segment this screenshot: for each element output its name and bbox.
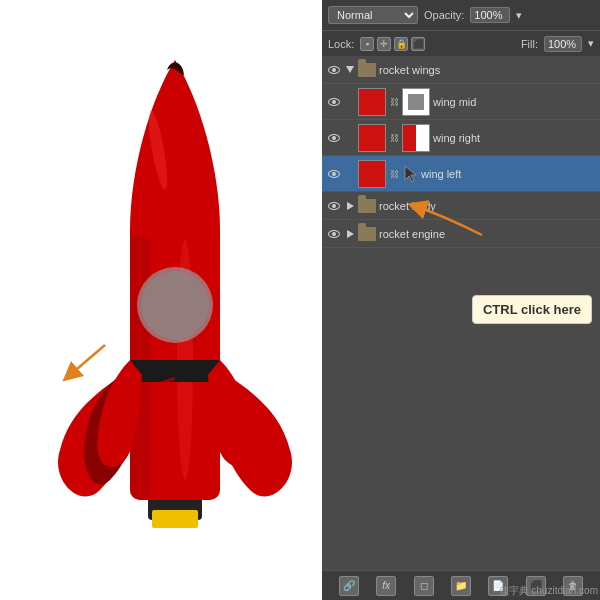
fill-label: Fill: — [521, 38, 538, 50]
fill-dropdown-icon[interactable]: ▾ — [588, 37, 594, 50]
opacity-input[interactable] — [470, 7, 510, 23]
layer-row-rocket-wings[interactable]: rocket wings — [322, 56, 600, 84]
visibility-icon[interactable] — [326, 62, 342, 78]
opacity-dropdown-icon[interactable]: ▾ — [516, 9, 522, 22]
layer-row-wing-right[interactable]: ⛓ wing right — [322, 120, 600, 156]
mask-wing-mid — [402, 88, 430, 116]
lock-all-btn[interactable]: 🔒 — [394, 37, 408, 51]
cursor-icon — [402, 164, 418, 184]
layer-name-rocket-body: rocket body — [379, 200, 596, 212]
link-layers-btn[interactable]: 🔗 — [339, 576, 359, 596]
expand-icon-rocket-engine[interactable] — [345, 229, 355, 239]
thumb-wing-mid — [358, 88, 386, 116]
visibility-icon-wing-mid[interactable] — [326, 94, 342, 110]
panel-lockbar: Lock: ▪ ✛ 🔒 ⬛ Fill: ▾ — [322, 30, 600, 56]
layer-name-wing-right: wing right — [433, 132, 596, 144]
new-style-btn[interactable]: ◻ — [414, 576, 434, 596]
layers-list: rocket wings ⛓ wing mid ⛓ wing right — [322, 56, 600, 248]
orange-arrow — [50, 335, 120, 395]
layer-name-rocket-wings: rocket wings — [379, 64, 596, 76]
layer-name-wing-left: wing left — [421, 168, 596, 180]
rocket-svg: NASA — [30, 20, 310, 580]
folder-icon-rocket-body — [358, 199, 376, 213]
new-group-btn[interactable]: 📁 — [451, 576, 471, 596]
fill-input[interactable] — [544, 36, 582, 52]
lock-label: Lock: — [328, 38, 354, 50]
layer-name-wing-mid: wing mid — [433, 96, 596, 108]
blend-mode-select[interactable]: Normal — [328, 6, 418, 24]
callout-box: CTRL click here — [472, 295, 592, 324]
svg-marker-13 — [405, 166, 416, 182]
svg-line-11 — [70, 345, 105, 375]
layer-name-rocket-engine: rocket engine — [379, 228, 596, 240]
panel-topbar: Normal Opacity: ▾ — [322, 0, 600, 30]
chain-icon-wing-mid: ⛓ — [389, 95, 399, 109]
expand-icon[interactable] — [345, 65, 355, 75]
opacity-label: Opacity: — [424, 9, 464, 21]
visibility-icon-wing-right[interactable] — [326, 130, 342, 146]
mask-wing-right — [402, 124, 430, 152]
visibility-icon-rocket-engine[interactable] — [326, 226, 342, 242]
layer-row-rocket-body[interactable]: rocket body — [322, 192, 600, 220]
svg-rect-1 — [152, 510, 198, 528]
lock-move-btn[interactable]: ✛ — [377, 37, 391, 51]
chain-icon-wing-right: ⛓ — [389, 131, 399, 145]
thumb-wing-left — [358, 160, 386, 188]
layer-row-rocket-engine[interactable]: rocket engine — [322, 220, 600, 248]
folder-icon — [358, 63, 376, 77]
lock-artboard-btn[interactable]: ⬛ — [411, 37, 425, 51]
lock-pixels-btn[interactable]: ▪ — [360, 37, 374, 51]
layer-row-wing-mid[interactable]: ⛓ wing mid — [322, 84, 600, 120]
folder-icon-rocket-engine — [358, 227, 376, 241]
expand-icon-rocket-body[interactable] — [345, 201, 355, 211]
visibility-icon-rocket-body[interactable] — [326, 198, 342, 214]
layer-row-wing-left[interactable]: ⛓ wing left — [322, 156, 600, 192]
chain-icon-wing-left: ⛓ — [389, 167, 399, 181]
fx-btn[interactable]: fx — [376, 576, 396, 596]
watermark: 佳宇典 chuzitdian.com — [499, 584, 598, 598]
visibility-icon-wing-left[interactable] — [326, 166, 342, 182]
lock-icons: ▪ ✛ 🔒 ⬛ — [360, 37, 425, 51]
svg-point-8 — [141, 271, 209, 339]
svg-rect-12 — [408, 94, 424, 110]
thumb-wing-right — [358, 124, 386, 152]
callout-text: CTRL click here — [483, 302, 581, 317]
rocket-illustration: NASA — [0, 0, 320, 600]
svg-text:NASA: NASA — [153, 376, 180, 444]
